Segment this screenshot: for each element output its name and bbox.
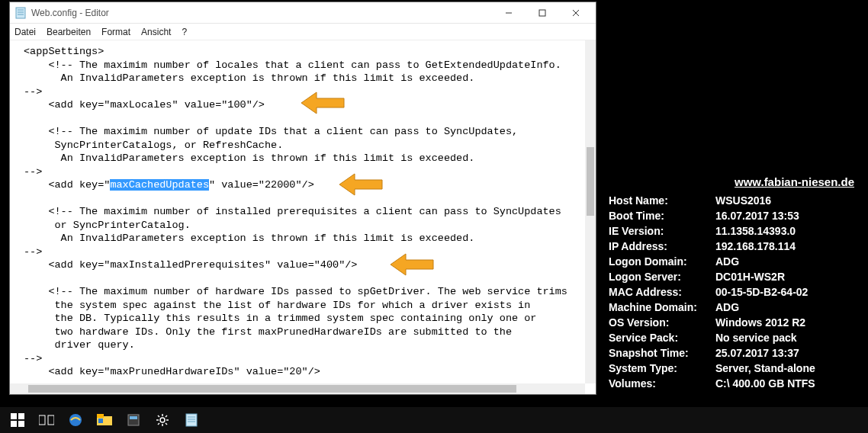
- svg-point-20: [160, 418, 165, 422]
- svg-rect-5: [539, 10, 545, 16]
- task-view-icon[interactable]: [37, 410, 56, 430]
- info-row: Volumes:C:\ 400.00 GB NTFS: [609, 376, 862, 391]
- svg-line-27: [158, 423, 159, 425]
- horizontal-scroll-thumb[interactable]: [28, 385, 516, 393]
- svg-rect-0: [16, 8, 25, 18]
- info-row: IP Address:192.168.178.114: [609, 239, 862, 254]
- svg-line-25: [158, 415, 159, 417]
- site-link[interactable]: www.fabian-niesen.de: [735, 175, 854, 188]
- svg-rect-8: [11, 413, 17, 419]
- svg-rect-16: [97, 414, 104, 418]
- info-row: Host Name:WSUS2016: [609, 193, 862, 208]
- svg-rect-29: [186, 414, 197, 426]
- svg-rect-17: [98, 419, 103, 423]
- editor-body: <appSettings> <!-- The maximim number of…: [10, 40, 596, 394]
- close-button[interactable]: [559, 2, 593, 24]
- info-row: Snapshot Time:25.07.2017 13:37: [609, 345, 862, 361]
- info-row: System Type:Server, Stand-alone: [609, 361, 862, 376]
- ie-icon[interactable]: [66, 410, 85, 430]
- info-row: Boot Time:16.07.2017 13:53: [609, 208, 862, 223]
- code-area[interactable]: <appSettings> <!-- The maximim number of…: [10, 40, 585, 383]
- info-row: Machine Domain:ADG: [609, 300, 862, 315]
- menu-help[interactable]: ?: [182, 27, 187, 37]
- vertical-scroll-thumb[interactable]: [587, 147, 594, 216]
- svg-rect-11: [18, 421, 24, 427]
- minimize-button[interactable]: [492, 2, 526, 24]
- settings-icon[interactable]: [153, 410, 172, 430]
- svg-rect-19: [130, 416, 137, 419]
- window-buttons: [492, 2, 593, 24]
- svg-rect-12: [39, 415, 45, 425]
- info-rows: Host Name:WSUS2016 Boot Time:16.07.2017 …: [609, 193, 862, 391]
- menu-edit[interactable]: Bearbeiten: [47, 27, 91, 37]
- notepad-icon: [14, 7, 27, 19]
- svg-rect-13: [48, 415, 54, 425]
- titlebar[interactable]: Web.config - Editor: [10, 2, 596, 24]
- info-row: Logon Domain:ADG: [609, 254, 862, 269]
- info-row: IE Version:11.1358.14393.0: [609, 223, 862, 239]
- menu-view[interactable]: Ansicht: [141, 27, 171, 37]
- info-row: MAC Address:00-15-5D-B2-64-02: [609, 284, 862, 300]
- editor-window: Web.config - Editor Datei Bearbeiten For…: [9, 2, 596, 395]
- selected-text: maxCachedUpdates: [110, 179, 209, 191]
- info-row: Logon Server:DC01H-WS2R: [609, 269, 862, 284]
- maximize-button[interactable]: [526, 2, 559, 24]
- menu-file[interactable]: Datei: [14, 27, 36, 37]
- server-manager-icon[interactable]: [124, 410, 143, 430]
- window-title: Web.config - Editor: [31, 8, 492, 18]
- svg-line-26: [166, 423, 167, 425]
- notepad-taskbar-icon[interactable]: [182, 410, 201, 430]
- menu-format[interactable]: Format: [101, 27, 130, 37]
- system-info-panel: www.fabian-niesen.de Host Name:WSUS2016 …: [609, 175, 862, 391]
- menubar: Datei Bearbeiten Format Ansicht ?: [10, 24, 596, 40]
- vertical-scrollbar[interactable]: [585, 40, 596, 383]
- svg-line-28: [166, 415, 167, 417]
- info-row: Service Pack:No service pack: [609, 330, 862, 345]
- svg-rect-9: [18, 413, 24, 419]
- start-button[interactable]: [8, 410, 27, 430]
- horizontal-scrollbar[interactable]: [10, 383, 585, 394]
- info-row: OS Version:Windows 2012 R2: [609, 315, 862, 330]
- svg-rect-10: [11, 421, 17, 427]
- explorer-icon[interactable]: [95, 410, 114, 430]
- taskbar: [0, 407, 868, 433]
